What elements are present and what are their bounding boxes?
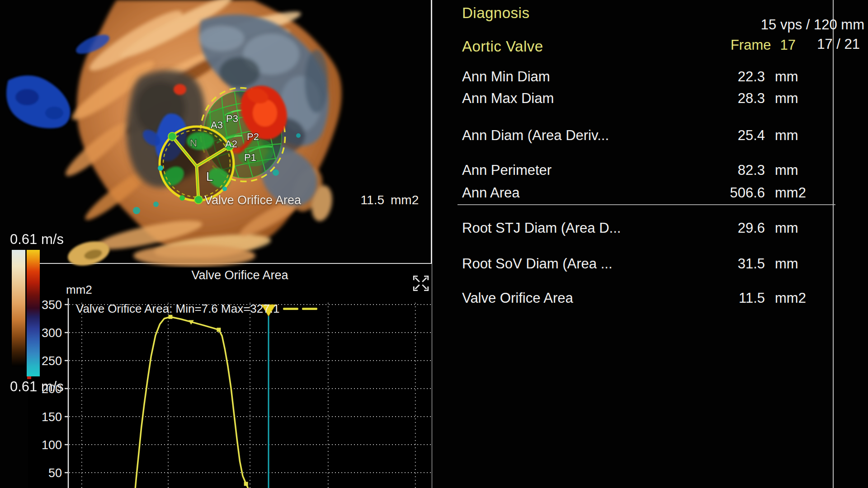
orifice-area-curve [134,317,269,488]
velocity-scale-top-label: 0.61 m/s [10,231,64,248]
measurement-row[interactable]: Ann Min Diam22.3mm [434,68,868,85]
study-heading[interactable]: Aortic Valve [462,38,543,55]
measurement-label: Root STJ Diam (Area D... [462,220,621,237]
segment-label-p1: P1 [244,152,256,163]
legend-dash [302,308,317,310]
measurement-unit: mm [775,162,798,179]
svg-text:300: 300 [42,326,62,340]
measurement-label: Ann Perimeter [462,162,552,179]
legend-dash [283,308,298,310]
svg-text:50: 50 [48,466,62,480]
measurement-row[interactable]: Valve Orifice Area11.5mm2 [434,290,868,307]
chart-legend-text: Valve Orifice Area: Min=7.6 Max=327.1 [76,302,279,316]
frame-number: 17 [780,37,796,53]
tissue-colorbar [12,250,25,366]
flow-speckle-red [174,84,186,95]
segment-label-p3: P3 [226,113,238,124]
frame-fraction: 17 / 21 [800,36,860,52]
diagnosis-heading[interactable]: Diagnosis [462,5,529,22]
measurement-value: 22.3 [687,68,765,85]
measurement-row[interactable]: Ann Perimeter82.3mm [434,162,868,179]
measurement-row[interactable]: Ann Max Diam28.3mm [434,90,868,107]
orifice-area-overlay-unit: mm2 [391,193,419,207]
svg-text:150: 150 [42,410,62,424]
orifice-area-chart[interactable]: 35030025020015010050 [28,264,432,488]
measurement-label: Ann Max Diam [462,90,554,107]
orifice-area-overlay-value: 11.5 [344,193,384,207]
svg-text:100: 100 [42,438,62,452]
measurement-unit: mm2 [775,184,806,202]
measurement-unit: mm [775,255,798,272]
measurement-row[interactable]: Ann Diam (Area Deriv...25.4mm [434,127,868,144]
segment-label-a2: A2 [225,138,237,150]
tissue-lower-edge [133,245,255,267]
doppler-velocity-colorbar [27,250,40,376]
measurement-value: 506.6 [687,184,765,202]
svg-text:250: 250 [42,354,62,368]
measurement-unit: mm2 [775,290,806,307]
measurement-unit: mm [775,68,798,85]
ultrasound-render: A3 P3 A2 P2 P1 N L [0,0,433,267]
measurement-label: Root SoV Diam (Area ... [462,255,613,272]
chart-legend: Valve Orifice Area: Min=7.6 Max=327.1 [76,302,317,316]
measurement-label: Valve Orifice Area [462,290,573,307]
svg-text:350: 350 [42,298,62,312]
measurement-row[interactable]: Root STJ Diam (Area D...29.6mm [434,220,868,237]
frame-label: Frame [731,37,771,53]
measurement-label: Ann Min Diam [462,68,550,85]
measurement-unit: mm [775,220,798,237]
measurement-value: 25.4 [687,127,765,144]
segment-label-a3: A3 [211,119,223,131]
segment-label-p2: P2 [247,131,259,142]
measurement-value: 11.5 [687,290,765,307]
measurement-unit: mm [775,127,798,144]
frame-indicator: Frame17 [687,37,796,53]
measurement-value: 31.5 [687,255,765,272]
orifice-area-overlay-label: Valve Orifice Area [204,193,301,207]
measurement-value: 28.3 [687,90,765,107]
measurement-label: Ann Diam (Area Deriv... [462,127,609,144]
measurement-value: 29.6 [687,220,765,237]
acquisition-info: 15 vps / 120 mm [615,17,864,33]
measurement-unit: mm [775,90,798,107]
segment-label-l: L [206,170,213,183]
segment-label-n: N [190,137,197,149]
measurement-value: 82.3 [687,162,765,179]
velocity-scale-bottom-label: 0.61 m/s [10,379,64,395]
ultrasound-3d-viewport[interactable]: A3 P3 A2 P2 P1 N L Valve Orifice Area 11… [0,0,433,267]
measurement-label: Ann Area [462,184,520,202]
measurement-row[interactable]: Root SoV Diam (Area ...31.5mm [434,255,868,272]
orifice-area-chart-panel: Valve Orifice Area mm2 35030025020015010… [28,264,432,488]
measurement-panel: Diagnosis 15 vps / 120 mm Aortic Valve F… [434,0,868,488]
measurement-row[interactable]: Ann Area506.6mm2 [434,184,868,202]
echo-workstation-screen: A3 P3 A2 P2 P1 N L Valve Orifice Area 11… [0,0,868,488]
